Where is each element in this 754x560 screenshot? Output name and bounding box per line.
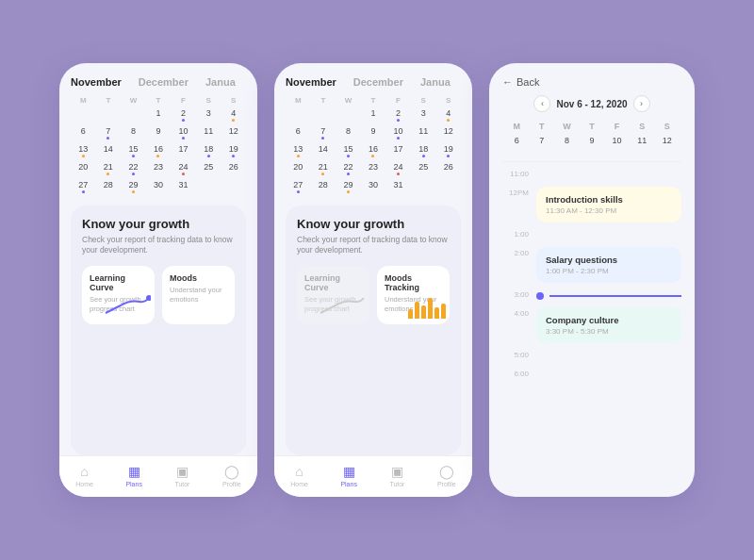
time-500: 5:00 — [502, 349, 529, 368]
learning-curve-card-2[interactable]: Learning Curve See your growth progress … — [297, 266, 369, 324]
salary-time: 1:00 PM - 2:30 PM — [546, 267, 672, 275]
phone-1: November December Janua M T W T F S S — [59, 63, 257, 497]
nav-home-2[interactable]: ⌂ Home — [290, 464, 308, 487]
cards-row-2: Learning Curve See your growth progress … — [297, 266, 450, 324]
timeslot-400: 4:00 Company culture 3:30 PM - 5:30 PM — [502, 307, 681, 349]
cal-header-2: M T W T F S S — [286, 93, 461, 107]
moods-tracking-title: Moods Tracking — [385, 273, 442, 292]
current-time-dot — [536, 292, 544, 300]
nav-profile-label-2: Profile — [437, 481, 456, 487]
growth-desc-1: Check your report of tracking data to kn… — [82, 235, 235, 257]
schedule-days-row: 6 7 8 9 10 11 12 — [502, 133, 681, 148]
timeslot-500: 5:00 — [502, 349, 681, 368]
event-area-5 — [536, 349, 681, 368]
cal-row-p2-2: 6 7 8 9 10 11 12 — [286, 124, 461, 142]
week-next-button[interactable]: › — [633, 95, 650, 112]
week-prev-button[interactable]: ‹ — [533, 95, 550, 112]
header-divider — [502, 161, 681, 162]
month-jan-1: Janua — [205, 76, 236, 88]
sday-6[interactable]: 6 — [504, 133, 530, 148]
week-range-label: Nov 6 - 12, 2020 — [556, 99, 627, 109]
calendar-months-1: November December Janua — [71, 76, 246, 88]
event-company-culture[interactable]: Company culture 3:30 PM - 5:30 PM — [536, 307, 681, 343]
lc-chart-2 — [319, 292, 366, 319]
moods-tracking-card[interactable]: Moods Tracking Understand your emotions — [377, 266, 450, 324]
event-intro-skills[interactable]: Introduction skills 11:30 AM - 12:30 PM — [536, 187, 681, 222]
nav-home-1[interactable]: ⌂ Home — [75, 464, 93, 487]
calendar-grid-2: M T W T F S S 1 2 3 4 — [286, 93, 461, 196]
event-area-current — [536, 288, 681, 307]
nav-profile-label-1: Profile — [222, 481, 241, 487]
sday-11[interactable]: 11 — [630, 133, 655, 148]
event-area-salary: Salary questions 1:00 PM - 2:30 PM — [536, 247, 681, 288]
sday-12[interactable]: 12 — [654, 133, 680, 148]
company-culture-title: Company culture — [546, 315, 672, 325]
home-icon-2: ⌂ — [295, 464, 303, 479]
event-salary-questions[interactable]: Salary questions 1:00 PM - 2:30 PM — [536, 247, 681, 283]
current-time-line — [549, 295, 681, 297]
moods-bar-chart — [408, 292, 446, 319]
nav-plans-label-1: Plans — [125, 481, 142, 487]
moods-desc-1: Understand your emotions — [170, 286, 227, 305]
week-nav: ‹ Nov 6 - 12, 2020 › — [502, 95, 681, 112]
time-400: 4:00 — [502, 307, 529, 349]
bottom-nav-2: ⌂ Home ▦ Plans ▣ Tutor ◯ Profile — [274, 455, 472, 497]
sday-9[interactable]: 9 — [580, 133, 605, 148]
event-area-company: Company culture 3:30 PM - 5:30 PM — [536, 307, 681, 349]
time-300: 3:00 — [502, 288, 529, 307]
cal-row-3: 13 14 15 16 17 18 19 — [71, 142, 246, 160]
profile-icon-2: ◯ — [439, 464, 454, 479]
month-dec-2: December — [353, 76, 403, 88]
cal-header-1: M T W T F S S — [71, 93, 246, 107]
intro-skills-title: Introduction skills — [546, 194, 672, 205]
nav-home-label-2: Home — [290, 481, 308, 487]
time-1100: 11:00 — [502, 168, 529, 187]
timeline[interactable]: 11:00 12PM Introduction skills 11:30 AM … — [489, 168, 695, 497]
card-title-p2-1: Learning Curve — [304, 273, 362, 292]
nav-plans-label-2: Plans — [340, 481, 357, 487]
nav-tutor-1[interactable]: ▣ Tutor — [174, 464, 189, 487]
cal-row-2: 6 7 8 9 10 11 12 — [71, 124, 246, 142]
cal-row-4: 20 21 22 23 24 25 26 — [71, 160, 246, 178]
learning-curve-card[interactable]: Learning Curve See your growth progress … — [82, 266, 155, 324]
timeslot-12pm: 12PM Introduction skills 11:30 AM - 12:3… — [502, 187, 681, 228]
phone-3: ← Back ‹ Nov 6 - 12, 2020 › M T W T F S … — [489, 63, 695, 497]
cal-row-p2-3: 13 14 15 16 17 18 19 — [286, 142, 461, 160]
cal-row-5: 27 28 29 30 31 — [71, 178, 246, 196]
event-area-11 — [536, 168, 681, 187]
month-nov-1: November — [71, 76, 122, 88]
plans-icon-1: ▦ — [128, 464, 140, 479]
sday-7[interactable]: 7 — [530, 133, 555, 148]
nav-home-label-1: Home — [75, 481, 93, 487]
sday-8-today[interactable]: 8 — [554, 133, 580, 148]
moods-title-1: Moods — [170, 273, 227, 283]
tutor-icon-1: ▣ — [176, 464, 188, 479]
nav-profile-2[interactable]: ◯ Profile — [437, 464, 456, 487]
intro-skills-time: 11:30 AM - 12:30 PM — [546, 206, 672, 215]
profile-icon-1: ◯ — [224, 464, 239, 479]
time-600: 6:00 — [502, 368, 529, 387]
back-button[interactable]: ← Back — [502, 76, 681, 88]
sday-10[interactable]: 10 — [604, 133, 630, 148]
calendar-months-2: November December Janua — [286, 76, 461, 88]
nav-plans-1[interactable]: ▦ Plans — [125, 464, 142, 487]
phone-2: November December Janua M T W T F S S — [274, 63, 472, 497]
growth-desc-2: Check your report of tracking data to kn… — [297, 235, 450, 257]
growth-title-2: Know your growth — [297, 217, 450, 231]
moods-card-1[interactable]: Moods Understand your emotions — [162, 266, 235, 324]
cards-row-1: Learning Curve See your growth progress … — [82, 266, 235, 324]
calendar-grid-1: M T W T F S S 1 2 3 4 — [71, 93, 246, 196]
company-culture-time: 3:30 PM - 5:30 PM — [546, 327, 672, 336]
bottom-nav-1: ⌂ Home ▦ Plans ▣ Tutor ◯ Profile — [59, 455, 257, 497]
salary-title: Salary questions — [546, 255, 672, 265]
timeslot-600: 6:00 — [502, 368, 681, 387]
nav-profile-1[interactable]: ◯ Profile — [222, 464, 241, 487]
plans-icon-2: ▦ — [343, 464, 355, 479]
nav-tutor-2[interactable]: ▣ Tutor — [389, 464, 404, 487]
event-area-1 — [536, 228, 681, 247]
nav-plans-2[interactable]: ▦ Plans — [340, 464, 357, 487]
timeslot-salary: 2:00 Salary questions 1:00 PM - 2:30 PM — [502, 247, 681, 288]
event-area-6 — [536, 368, 681, 387]
event-area-intro: Introduction skills 11:30 AM - 12:30 PM — [536, 187, 681, 228]
schedule-days-header: M T W T F S S — [502, 120, 681, 133]
